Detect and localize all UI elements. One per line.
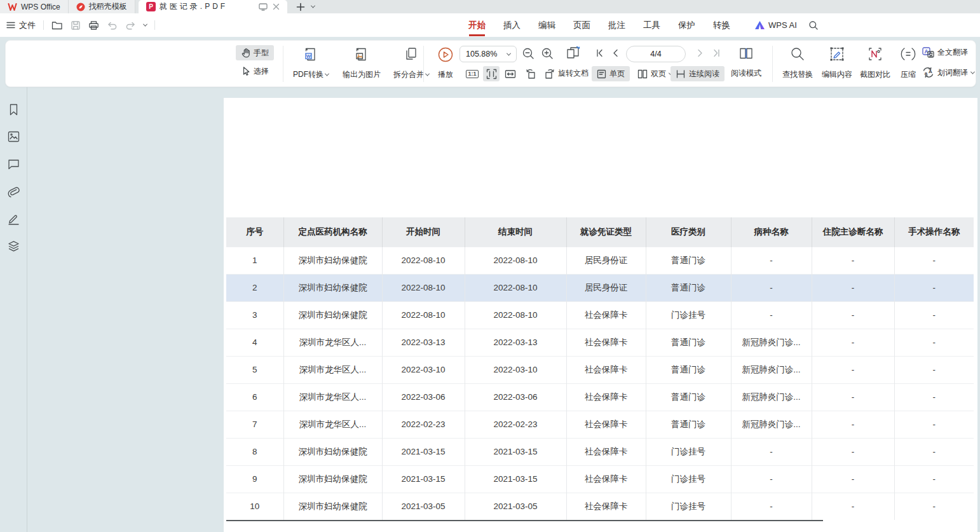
word-translate-button[interactable]: aA 划词翻译: [922, 67, 974, 78]
toolbar-panel: 手型 选择 W PDF转换 输出为图片 拆分合并 播放: [5, 40, 976, 87]
menu-annotate[interactable]: 批注: [608, 13, 625, 37]
table-cell: 普通门诊: [646, 329, 731, 356]
previous-page-button[interactable]: [612, 49, 618, 57]
wps-ai-button[interactable]: WPS AI: [755, 13, 797, 37]
table-cell: -: [812, 356, 894, 383]
table-cell: -: [894, 247, 974, 274]
column-header: 结束时间: [465, 217, 566, 247]
read-mode-label[interactable]: 阅读模式: [731, 68, 761, 79]
compress-button[interactable]: 压缩: [894, 44, 922, 83]
file-menu[interactable]: 文件: [6, 20, 36, 31]
svg-text:A: A: [929, 69, 932, 74]
table-cell: 2021-03-15: [465, 438, 566, 465]
medical-records-table: 序号定点医药机构名称开始时间结束时间就诊凭证类型医疗类别病种名称住院主诊断名称手…: [226, 217, 974, 520]
export-image-button[interactable]: 输出为图片: [336, 44, 387, 83]
table-cell: 新冠肺炎门诊...: [731, 356, 812, 383]
play-button[interactable]: 播放: [429, 44, 462, 83]
zoom-level-select[interactable]: 105.88%: [459, 46, 517, 62]
column-header: 就诊凭证类型: [566, 217, 646, 247]
table-cell: 社会保障卡: [566, 383, 646, 411]
table-cell: -: [812, 383, 894, 411]
table-cell: -: [894, 465, 974, 493]
chevron-down-icon: [507, 51, 511, 55]
tab-wps-home[interactable]: WPS Office: [0, 0, 69, 13]
table-cell: 普通门诊: [646, 383, 731, 411]
thumbnails-panel-icon[interactable]: [6, 130, 20, 144]
actual-size-button[interactable]: 1:1: [465, 66, 480, 81]
table-cell: 9: [226, 465, 283, 493]
menu-tools[interactable]: 工具: [643, 13, 660, 37]
menu-protect[interactable]: 保护: [678, 13, 695, 37]
column-header: 医疗类别: [646, 217, 731, 247]
rotate-document-label[interactable]: 旋转文档: [558, 68, 589, 79]
redo-icon[interactable]: [125, 21, 136, 30]
table-row: 8深圳市妇幼保健院2021-03-152021-03-15社会保障卡门诊挂号--…: [226, 438, 974, 465]
table-cell: 2022-02-23: [465, 411, 566, 438]
menu-insert[interactable]: 插入: [503, 13, 521, 37]
attachments-panel-icon[interactable]: [6, 184, 20, 198]
table-cell: -: [894, 274, 974, 301]
menu-home[interactable]: 开始: [468, 13, 486, 37]
export-image-icon: [354, 46, 369, 63]
table-cell: -: [731, 438, 812, 465]
split-merge-button[interactable]: 拆分合并: [388, 44, 434, 83]
bookmarks-panel-icon[interactable]: [6, 102, 20, 116]
hand-tool-button[interactable]: 手型: [236, 45, 274, 60]
last-page-button[interactable]: [712, 49, 721, 57]
open-file-icon[interactable]: [51, 20, 63, 31]
save-icon[interactable]: [71, 20, 81, 31]
table-cell: 5: [226, 356, 283, 383]
next-page-button[interactable]: [697, 49, 704, 57]
table-cell: -: [894, 356, 974, 383]
table-cell: 普通门诊: [646, 411, 731, 438]
full-translate-button[interactable]: A 全文翻译: [922, 47, 968, 58]
continuous-read-button[interactable]: 连续阅读: [670, 66, 725, 81]
select-tool-button[interactable]: 选择: [236, 64, 274, 79]
edit-content-button[interactable]: 编辑内容: [818, 44, 856, 83]
new-tab-icon[interactable]: [296, 3, 305, 11]
single-page-button[interactable]: 单页: [592, 66, 630, 81]
fit-page-button[interactable]: [483, 66, 500, 81]
table-cell: 普通门诊: [646, 247, 731, 274]
table-row: 3深圳市妇幼保健院2022-08-102022-08-10社会保障卡门诊挂号--…: [226, 301, 974, 329]
double-page-icon: [637, 69, 648, 79]
table-cell: -: [894, 411, 974, 438]
rotate-right-button[interactable]: [541, 66, 558, 81]
table-cell: 社会保障卡: [566, 329, 646, 356]
page-indicator-input[interactable]: 4/4: [626, 46, 686, 62]
screenshot-compare-button[interactable]: 截图对比: [856, 44, 894, 83]
find-replace-button[interactable]: 查找替换: [779, 44, 817, 83]
first-page-button[interactable]: [595, 49, 604, 57]
table-cell: -: [731, 247, 812, 274]
table-cell: 2022-08-10: [382, 301, 465, 329]
close-tab-icon[interactable]: [273, 3, 280, 10]
menubar-search-icon[interactable]: [808, 20, 819, 31]
column-header: 住院主诊断名称: [812, 217, 894, 247]
undo-icon[interactable]: [107, 21, 118, 30]
one-to-one-icon: 1:1: [466, 70, 478, 78]
comments-panel-icon[interactable]: [6, 157, 20, 171]
fit-width-button[interactable]: [502, 66, 519, 81]
present-mode-icon[interactable]: [259, 3, 268, 11]
rotate-left-button[interactable]: [522, 66, 539, 81]
table-cell: 社会保障卡: [566, 411, 646, 438]
tab-docer-templates[interactable]: 找稻壳模板: [69, 0, 135, 13]
pdf-convert-button[interactable]: W PDF转换: [287, 44, 335, 83]
zoom-in-button[interactable]: [541, 47, 554, 60]
menu-convert[interactable]: 转换: [713, 13, 730, 37]
table-cell: 深圳市龙华区人...: [283, 329, 382, 356]
quick-access-chevron-icon[interactable]: [143, 22, 147, 27]
rotate-document-icon[interactable]: [565, 46, 583, 62]
tab-list-chevron-icon[interactable]: [311, 4, 315, 8]
signature-panel-icon[interactable]: [6, 212, 20, 226]
menu-page[interactable]: 页面: [573, 13, 590, 37]
cursor-icon: [241, 66, 250, 76]
table-cell: 2022-08-10: [465, 247, 566, 274]
zoom-out-button[interactable]: [522, 47, 535, 60]
layers-panel-icon[interactable]: [6, 239, 20, 253]
table-cell: -: [731, 301, 812, 329]
tab-document-active[interactable]: P 就医记录.PDF: [139, 0, 287, 13]
read-mode-icon[interactable]: [738, 46, 754, 61]
menu-edit[interactable]: 编辑: [538, 13, 555, 37]
print-icon[interactable]: [88, 20, 99, 31]
